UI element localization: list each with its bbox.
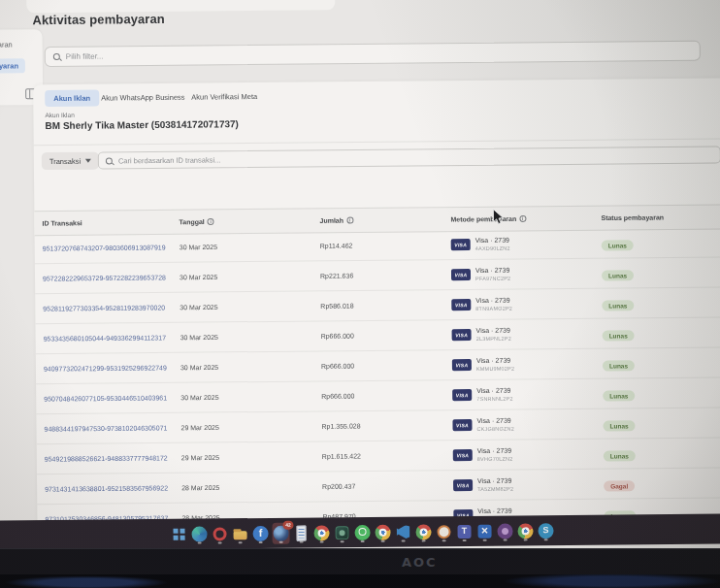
top-white-strip <box>26 0 335 13</box>
column-header-jumlah[interactable]: Jumlah <box>319 217 353 224</box>
chevron-down-icon <box>85 159 91 163</box>
payment-method-cell: VISA Visa · 2739 7SNRNNL2P2 <box>452 387 513 403</box>
transaction-id-link[interactable]: 9549219888526621-9488337777948172 <box>45 454 168 462</box>
transaction-amount: Rp221.636 <box>320 273 353 279</box>
file-explorer-icon[interactable] <box>231 523 248 544</box>
visa-icon: VISA <box>452 419 472 431</box>
info-icon[interactable] <box>519 215 526 222</box>
tab-akun-whatsapp-business[interactable]: Akun WhatsApp Business <box>101 93 184 103</box>
column-header-status[interactable]: Status pembayaran <box>601 213 664 221</box>
desktop-ui: aran yaran Aktivitas pembayaran Pilih fi… <box>0 0 720 548</box>
payment-reference-code: 7SNRNNL2P2 <box>476 395 513 402</box>
table-body: 9513720768743207-9803606913087919 30 Mar… <box>35 227 720 535</box>
sidebar-item-truncated[interactable]: aran <box>0 40 13 49</box>
account-name: BM Sherly Tika Master (503814172071737) <box>45 118 238 131</box>
payment-method-label: Visa · 2739 <box>477 447 513 456</box>
desk-background <box>0 574 720 588</box>
transaksi-dropdown-label: Transaksi <box>49 156 81 165</box>
payment-method-cell: VISA Visa · 2739 8VHG70LZN2 <box>453 447 513 463</box>
payment-method-cell: VISA Visa · 2739 4AXD90LZN2 <box>451 237 510 252</box>
transaction-date: 30 Mar 2025 <box>180 394 218 401</box>
payment-method-label: Visa · 2739 <box>477 477 513 486</box>
status-badge: Lunas <box>604 450 636 461</box>
notepad-icon[interactable] <box>292 522 310 543</box>
payment-method-cell: VISA Visa · 2739 CKJG8NGZN2 <box>452 417 514 433</box>
vault-icon[interactable] <box>333 522 350 543</box>
opera-icon[interactable] <box>211 523 228 544</box>
search-icon <box>53 53 60 60</box>
chrome-profile4-icon[interactable] <box>516 520 534 541</box>
payment-activity-card: Akun Iklan Akun WhatsApp Business Akun V… <box>33 78 720 548</box>
transaction-id-link[interactable]: 9533435680105044-9493362994112317 <box>44 334 166 342</box>
column-header-tanggal[interactable]: Tanggal <box>179 218 213 225</box>
info-icon[interactable] <box>346 217 353 224</box>
windows-taskbar: 42 <box>0 513 720 548</box>
transaction-id-link[interactable]: 9528119277303354-9528119283970020 <box>43 304 165 311</box>
teams-icon[interactable] <box>455 520 473 541</box>
chrome-profile3-icon[interactable] <box>414 521 432 542</box>
start-icon[interactable] <box>170 523 187 544</box>
transaction-id-link[interactable]: 9572282229653729-9572282239653728 <box>43 274 166 281</box>
monitor-bezel: AOC <box>0 548 720 575</box>
transaction-date: 30 Mar 2025 <box>180 274 217 280</box>
purple-cam-icon[interactable] <box>496 520 513 541</box>
search-icon <box>106 157 113 164</box>
tab-akun-verifikasi-meta[interactable]: Akun Verifikasi Meta <box>191 92 257 102</box>
status-badge: Gagal <box>604 480 635 491</box>
column-header-id[interactable]: ID Transaksi <box>42 219 82 226</box>
info-icon[interactable] <box>208 218 214 225</box>
chrome-profile1-icon[interactable] <box>312 522 330 543</box>
status-badge: Lunas <box>603 330 635 341</box>
globe-browser-icon[interactable]: 42 <box>272 522 289 543</box>
transaction-id-link[interactable]: 9731431413638801-9521583567956922 <box>45 484 168 492</box>
visa-icon: VISA <box>452 359 472 371</box>
orange-ring-icon[interactable] <box>435 521 452 542</box>
transaction-amount: Rp666.000 <box>321 333 354 340</box>
vscode-icon[interactable] <box>394 521 411 542</box>
column-header-metode[interactable]: Metode pembayaran <box>450 215 526 223</box>
transaction-id-link[interactable]: 9409773202471299-9531925296922749 <box>44 364 167 372</box>
filter-placeholder: Pilih filter... <box>66 52 104 61</box>
payment-reference-code: PFA97NC2P2 <box>475 275 510 281</box>
transaction-date: 30 Mar 2025 <box>180 334 218 341</box>
transaction-date: 29 Mar 2025 <box>180 424 218 431</box>
transaction-date: 30 Mar 2025 <box>180 244 217 250</box>
payment-reference-code: KMMU9M02P2 <box>476 365 514 372</box>
payment-method-cell: VISA Visa · 2739 8TN9AMG2P2 <box>451 297 512 312</box>
transaction-amount: Rp666.000 <box>321 393 354 400</box>
edge-icon[interactable] <box>190 523 208 544</box>
transaction-id-link[interactable]: 9507048426077105-9530446510403961 <box>44 394 167 402</box>
transaction-amount: Rp586.018 <box>320 303 353 310</box>
transaction-date: 30 Mar 2025 <box>180 304 217 310</box>
payment-method-cell: VISA Visa · 2739 PFA97NC2P2 <box>451 267 510 282</box>
payment-method-cell: VISA Visa · 2739 KMMU9M02P2 <box>452 357 514 373</box>
transaction-date: 30 Mar 2025 <box>180 364 218 371</box>
sidebar-item-pembayaran-active[interactable]: yaran <box>0 58 25 73</box>
blue-x-icon[interactable] <box>475 520 493 541</box>
payment-method-label: Visa · 2739 <box>475 297 512 306</box>
skype-icon[interactable] <box>537 520 554 541</box>
status-badge: Lunas <box>603 360 635 371</box>
transaksi-dropdown-button[interactable]: Transaksi <box>42 152 99 171</box>
transaction-search-input[interactable]: Cari berdasarkan ID transaksi... <box>98 146 720 169</box>
chrome-profile2-icon[interactable] <box>374 521 391 542</box>
page-title: Aktivitas pembayaran <box>32 12 165 27</box>
visa-icon: VISA <box>452 389 472 401</box>
payment-method-label: Visa · 2739 <box>476 417 513 426</box>
transaction-id-link[interactable]: 9488344197947530-9738102046305071 <box>44 424 167 432</box>
facebook-icon[interactable] <box>251 522 269 543</box>
visa-icon: VISA <box>451 299 471 310</box>
filter-input[interactable]: Pilih filter... <box>45 41 701 67</box>
payment-reference-code: 2L3MPNL2P2 <box>476 335 511 342</box>
divider <box>34 138 720 146</box>
payment-reference-code: 8TN9AMG2P2 <box>475 305 512 311</box>
transaction-id-link[interactable]: 9513720768743207-9803606913087919 <box>43 244 166 251</box>
tab-akun-iklan[interactable]: Akun Iklan <box>45 90 99 108</box>
whatsapp-icon[interactable] <box>353 521 371 542</box>
payment-method-cell: VISA Visa · 2739 2L3MPNL2P2 <box>452 327 511 343</box>
visa-icon: VISA <box>451 269 471 280</box>
payment-method-cell: VISA Visa · 2739 TA5ZMM82P2 <box>453 477 513 493</box>
visa-icon: VISA <box>453 449 473 461</box>
payment-method-label: Visa · 2739 <box>475 267 510 276</box>
visa-icon: VISA <box>453 479 473 491</box>
